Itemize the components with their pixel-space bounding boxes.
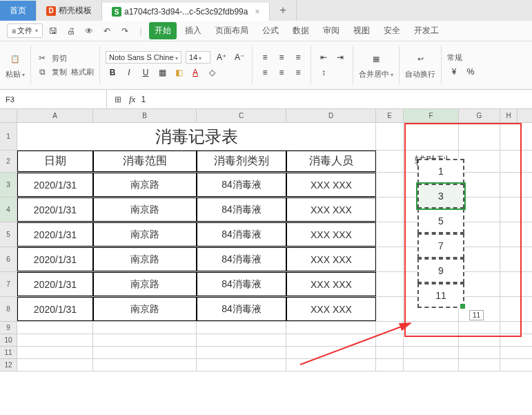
table-header[interactable]: 消毒人员 <box>286 151 376 172</box>
table-cell[interactable]: 84消毒液 <box>197 272 286 296</box>
table-cell[interactable]: 2020/1/31 <box>17 173 93 197</box>
cell[interactable] <box>376 247 404 271</box>
cell[interactable] <box>17 334 93 346</box>
cell[interactable] <box>376 272 404 296</box>
tab-template[interactable]: D稻壳模板 <box>37 1 102 21</box>
fill-handle[interactable] <box>460 304 465 309</box>
border-icon[interactable]: ▦ <box>155 66 169 79</box>
aux-cell[interactable]: 11 11 <box>417 283 464 308</box>
table-cell[interactable]: 南京路 <box>93 197 197 222</box>
table-cell[interactable]: XXX XXX <box>286 247 376 271</box>
align-top-icon[interactable]: ≡ <box>258 66 272 79</box>
align-left-icon[interactable]: ≡ <box>258 51 272 64</box>
menu-dev[interactable]: 开发工 <box>408 22 444 39</box>
row-header[interactable]: 6 <box>0 247 17 272</box>
row-header[interactable]: 10 <box>0 334 17 347</box>
underline-icon[interactable]: U <box>139 66 152 79</box>
increase-font-icon[interactable]: A⁺ <box>215 51 228 64</box>
col-header[interactable]: G <box>459 109 500 122</box>
aux-cell[interactable]: 9 <box>417 258 464 283</box>
table-cell[interactable]: XXX XXX <box>286 272 376 296</box>
bold-icon[interactable]: B <box>106 66 119 79</box>
aux-cell[interactable]: 5 <box>417 209 464 233</box>
number-format-label[interactable]: 常规 <box>447 52 462 63</box>
font-size-selector[interactable]: 14▾ <box>186 51 210 64</box>
table-cell[interactable]: 84消毒液 <box>197 297 286 321</box>
row-header[interactable]: 11 <box>0 347 17 359</box>
tab-add[interactable]: + <box>270 0 296 21</box>
print-icon[interactable]: 🖨 <box>63 23 79 39</box>
row-header[interactable]: 1 <box>0 123 17 151</box>
font-selector[interactable]: Noto Sans S Chine▾ <box>106 51 181 64</box>
menu-insert[interactable]: 插入 <box>179 22 207 39</box>
select-all-corner[interactable] <box>0 109 17 123</box>
row-header[interactable]: 8 <box>0 297 17 322</box>
table-cell[interactable]: 2020/1/31 <box>17 222 93 247</box>
paste-button[interactable]: 📋 粘贴▾ <box>6 51 25 79</box>
aux-cell[interactable]: 1 <box>417 159 464 184</box>
row-header[interactable]: 5 <box>0 222 17 247</box>
undo-icon[interactable]: ↶ <box>99 23 115 39</box>
currency-icon[interactable]: ¥ <box>447 66 461 78</box>
cell[interactable] <box>376 197 404 222</box>
name-box[interactable]: F3 <box>0 90 107 108</box>
row-header[interactable]: 2 <box>0 151 17 173</box>
cell[interactable] <box>197 334 286 346</box>
fx-label[interactable]: fx <box>129 94 135 105</box>
indent-left-icon[interactable]: ⇤ <box>317 51 331 64</box>
tab-home[interactable]: 首页 <box>0 1 37 21</box>
italic-icon[interactable]: I <box>122 66 136 79</box>
row-header[interactable]: 4 <box>0 197 17 222</box>
align-bottom-icon[interactable]: ≡ <box>291 66 305 79</box>
col-header[interactable]: H <box>500 109 518 122</box>
table-cell[interactable]: 84消毒液 <box>197 197 286 222</box>
table-cell[interactable]: 84消毒液 <box>197 173 286 197</box>
cell[interactable] <box>376 297 404 321</box>
orientation-icon[interactable]: ↕ <box>317 66 331 79</box>
cell[interactable] <box>93 334 197 346</box>
cell[interactable] <box>197 359 286 371</box>
aux-cell-active[interactable]: 3 <box>417 184 464 209</box>
file-menu[interactable]: ≡文件▾ <box>7 23 43 38</box>
table-cell[interactable]: XXX XXX <box>286 173 376 197</box>
table-header[interactable]: 日期 <box>17 151 93 172</box>
decrease-font-icon[interactable]: A⁻ <box>233 51 246 64</box>
show-formula-icon[interactable]: ⊞ <box>112 94 124 105</box>
preview-icon[interactable]: 👁 <box>81 23 97 39</box>
col-header[interactable]: D <box>286 109 376 122</box>
close-icon[interactable]: × <box>255 7 259 17</box>
table-cell[interactable]: 2020/1/31 <box>17 297 93 321</box>
table-cell[interactable]: 南京路 <box>93 297 197 321</box>
menu-view[interactable]: 视图 <box>348 22 375 39</box>
table-cell[interactable]: XXX XXX <box>286 297 376 321</box>
cell[interactable] <box>197 322 286 334</box>
table-cell[interactable]: XXX XXX <box>286 222 376 247</box>
cell[interactable] <box>17 322 93 334</box>
col-header[interactable]: E <box>376 109 404 122</box>
menu-security[interactable]: 安全 <box>378 22 406 39</box>
cut-button[interactable]: ✂剪切 <box>37 52 94 64</box>
align-center-icon[interactable]: ≡ <box>275 51 288 64</box>
cell[interactable] <box>376 123 404 150</box>
cell[interactable] <box>93 359 197 371</box>
menu-start[interactable]: 开始 <box>149 22 177 39</box>
table-cell[interactable]: 南京路 <box>93 272 197 296</box>
row-header[interactable]: 3 <box>0 173 17 197</box>
menu-formula[interactable]: 公式 <box>257 22 284 39</box>
wrap-button[interactable]: ↩自动换行 <box>405 51 435 79</box>
redo-icon[interactable]: ↷ <box>117 23 132 39</box>
table-header[interactable]: 消毒范围 <box>93 151 197 172</box>
table-cell[interactable]: 南京路 <box>93 173 197 197</box>
table-cell[interactable]: 84消毒液 <box>197 247 286 271</box>
row-header[interactable]: 7 <box>0 272 17 297</box>
table-title[interactable]: 消毒记录表 <box>17 123 376 150</box>
cell[interactable] <box>459 347 500 358</box>
cell[interactable] <box>197 347 286 358</box>
fill-color-icon[interactable]: ◧ <box>172 66 186 79</box>
table-cell[interactable]: 2020/1/31 <box>17 247 93 271</box>
tab-file[interactable]: Sa1704cf3-3d94-...c-5c3c92fdb99a× <box>102 3 270 21</box>
table-cell[interactable]: 南京路 <box>93 222 197 247</box>
font-color-icon[interactable]: A <box>188 66 202 79</box>
table-cell[interactable]: 2020/1/31 <box>17 272 93 296</box>
cell[interactable] <box>376 151 404 172</box>
